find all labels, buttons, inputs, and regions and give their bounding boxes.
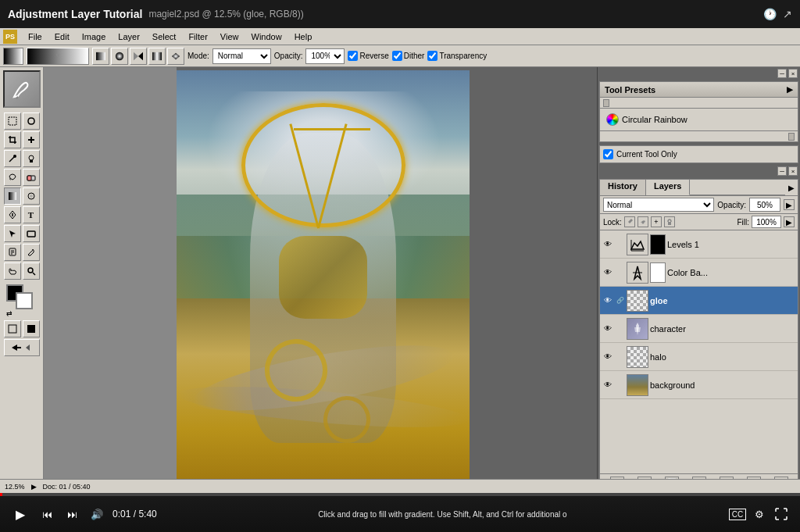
svg-line-20 (33, 273, 35, 275)
path-selection-tool[interactable] (4, 225, 21, 242)
clone-stamp-tool[interactable] (23, 150, 40, 167)
dither-checkbox[interactable]: Dither (392, 51, 425, 61)
menu-image[interactable]: Image (76, 28, 112, 45)
swap-colors-icon[interactable]: ⇄ (6, 309, 12, 317)
tool-row-5 (4, 187, 40, 205)
canvas-margin (44, 67, 177, 493)
layer-chain-halo (616, 351, 625, 363)
preset-item-circular-rainbow[interactable]: Circular Rainbow (603, 112, 795, 127)
cc-label: CC (729, 509, 746, 520)
layer-thumb-halo (627, 346, 648, 368)
jump-to-btn[interactable] (4, 339, 40, 356)
scroll-down-btn[interactable] (788, 133, 795, 141)
fill-arrow-btn[interactable]: ▶ (784, 216, 795, 227)
gradient-tool[interactable] (4, 187, 21, 205)
scroll-up-btn[interactable] (603, 99, 609, 107)
layers-minimize-btn[interactable]: ─ (777, 166, 787, 176)
hand-tool[interactable] (4, 262, 21, 280)
menu-edit[interactable]: Edit (48, 28, 76, 45)
tool-row-11 (4, 339, 40, 356)
zoom-tool[interactable] (23, 262, 40, 280)
layer-item-levels1[interactable]: 👁 Levels 1 (600, 230, 798, 259)
layer-eye-character[interactable]: 👁 (602, 323, 614, 335)
menu-help[interactable]: Help (288, 28, 319, 45)
menu-filter[interactable]: Filter (182, 28, 213, 45)
minimize-btn[interactable]: ─ (777, 69, 787, 78)
opacity-label: Opacity: (717, 201, 746, 209)
gradient-linear-btn[interactable] (92, 48, 109, 65)
menu-file[interactable]: File (22, 28, 48, 45)
layers-panel-menu-btn[interactable]: ▶ (785, 180, 798, 195)
volume-button[interactable]: 🔊 (88, 505, 106, 523)
gradient-angle-btn[interactable] (130, 48, 147, 65)
layer-mode-select[interactable]: Normal (603, 198, 714, 212)
gradient-preview[interactable]: ▼ (27, 48, 89, 65)
screen-mode-1[interactable] (4, 320, 21, 337)
eraser-tool[interactable] (23, 169, 40, 186)
layer-eye-background[interactable]: 👁 (602, 379, 614, 391)
menu-layer[interactable]: Layer (112, 28, 146, 45)
layer-eye-gloe[interactable]: 👁 (602, 295, 614, 307)
layer-item-character[interactable]: 👁 character (600, 315, 798, 343)
lasso-tool[interactable] (23, 112, 40, 130)
play-button[interactable]: ▶ (9, 503, 31, 525)
gradient-type-btn-1[interactable] (3, 48, 23, 65)
layer-item-gloe[interactable]: 👁 🔗 gloe (600, 287, 798, 315)
opacity-arrow-btn[interactable]: ▶ (784, 199, 795, 210)
settings-button[interactable]: ⚙ (750, 505, 769, 523)
gradient-reflected-btn[interactable] (148, 48, 166, 65)
lock-all-btn[interactable] (664, 216, 675, 227)
notes-tool[interactable] (4, 244, 21, 261)
healing-tool[interactable] (23, 131, 40, 148)
fullscreen-button[interactable] (772, 505, 791, 523)
crop-tool[interactable] (4, 131, 21, 148)
layer-item-colorbalance[interactable]: 👁 Color Ba... (600, 259, 798, 287)
current-tool-checkbox-row[interactable]: Current Tool Only (603, 149, 795, 159)
fill-input[interactable] (752, 216, 781, 228)
lock-position-btn[interactable]: + (651, 216, 662, 227)
tool-presets-scrollbar (600, 98, 798, 109)
history-brush-tool[interactable] (4, 169, 21, 186)
cc-button[interactable]: CC (728, 505, 747, 523)
brush-tool[interactable] (4, 150, 21, 167)
eyedropper-tool[interactable] (23, 244, 40, 261)
lock-image-btn[interactable] (638, 216, 648, 227)
next-frame-button[interactable]: ⏭ (62, 505, 81, 523)
layer-eye-levels1[interactable]: 👁 (602, 238, 614, 251)
menu-window[interactable]: Window (245, 28, 288, 45)
layer-item-halo[interactable]: 👁 halo (600, 343, 798, 371)
type-tool[interactable]: T (23, 206, 40, 223)
tab-layers[interactable]: Layers (646, 180, 690, 195)
panel-options-arrow[interactable]: ▶ (787, 85, 793, 94)
reverse-checkbox[interactable]: Reverse (348, 51, 388, 61)
layer-eye-halo[interactable]: 👁 (602, 351, 614, 363)
lock-transparent-btn[interactable] (624, 216, 635, 227)
share-icon[interactable]: ↗ (783, 8, 792, 20)
menu-select[interactable]: Select (146, 28, 183, 45)
pen-tool[interactable] (4, 206, 21, 223)
layer-name-character: character (650, 324, 796, 334)
layer-item-background[interactable]: 👁 background (600, 371, 798, 399)
video-controls: ▶ ⏮ ⏭ 🔊 0:01 / 5:40 Click and drag to fi… (0, 493, 800, 532)
marquee-tool[interactable] (4, 112, 21, 130)
menu-view[interactable]: View (214, 28, 245, 45)
transparency-checkbox[interactable]: Transparency (427, 51, 487, 61)
tab-history[interactable]: History (600, 180, 646, 195)
opacity-input[interactable] (749, 198, 780, 212)
current-tool-checkbox[interactable] (603, 149, 613, 159)
screen-mode-2[interactable] (23, 320, 40, 337)
background-color[interactable] (16, 292, 33, 309)
clock-icon: 🕐 (763, 8, 777, 20)
blur-tool[interactable] (23, 187, 40, 205)
close-btn[interactable]: × (788, 69, 798, 78)
layers-close-btn[interactable]: × (788, 166, 798, 176)
gradient-radial-btn[interactable] (111, 48, 128, 65)
mode-select[interactable]: Normal (212, 48, 271, 64)
video-frame: Adjustment Layer Tutorial magiel2.psd @ … (0, 0, 800, 532)
prev-frame-button[interactable]: ⏮ (38, 505, 56, 523)
gradient-diamond-btn[interactable] (167, 48, 184, 65)
opacity-select[interactable]: 100% (305, 48, 345, 64)
doc-size-info: ▶ (31, 483, 37, 491)
layer-eye-colorbalance[interactable]: 👁 (602, 266, 614, 279)
shape-tool[interactable] (23, 225, 40, 242)
